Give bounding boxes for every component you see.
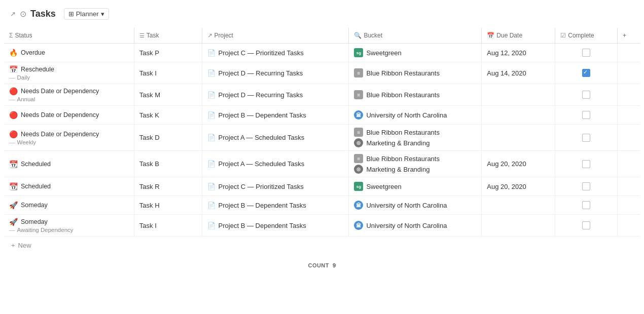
bucket-avatar: 🏛 [354, 110, 363, 120]
task-name[interactable]: Task B [139, 160, 159, 168]
complete-checkbox[interactable] [582, 201, 590, 209]
status-cell: 🔴Needs Date or Dependency [4, 106, 134, 125]
project-cell: 📄Project D — Recurring Tasks [202, 62, 349, 84]
planner-button[interactable]: ⊞ Planner ▾ [64, 8, 109, 20]
status-text: Scheduled [21, 161, 51, 168]
task-name[interactable]: Task P [139, 49, 159, 57]
col-header-add[interactable]: + [617, 28, 640, 44]
due-date-cell [482, 215, 555, 237]
project-name[interactable]: Project D — Recurring Tasks [219, 69, 303, 77]
complete-cell [555, 215, 618, 237]
task-name[interactable]: Task H [139, 202, 160, 209]
task-name[interactable]: Task I [139, 222, 157, 229]
col-header-task[interactable]: ☰Task [134, 28, 202, 44]
status-icon: 📆 [9, 160, 18, 168]
due-date-cell: Aug 20, 2020 [482, 177, 555, 196]
complete-checkbox[interactable] [582, 111, 590, 119]
add-cell [617, 106, 640, 125]
complete-checkbox[interactable] [582, 160, 590, 168]
complete-checkbox[interactable] [582, 182, 590, 190]
add-icon: + [11, 242, 15, 249]
bucket-name: Blue Ribbon Restaurants [366, 91, 440, 99]
task-name[interactable]: Task K [139, 111, 159, 119]
add-column-icon[interactable]: + [623, 32, 626, 39]
bucket-avatar: 🏛 [354, 221, 363, 230]
task-cell: Task B [134, 151, 202, 177]
project-name[interactable]: Project A — Scheduled Tasks [219, 134, 305, 141]
document-icon: 📄 [207, 222, 216, 229]
status-icon: 🚀 [9, 201, 18, 209]
table-row: 🚀SomedayTask H📄Project B — Dependent Tas… [4, 196, 640, 215]
project-name[interactable]: Project C — Prioritized Tasks [219, 49, 304, 57]
status-cell: 🔴Needs Date or Dependency—Weekly [4, 125, 134, 151]
col-header-bucket[interactable]: 🔍Bucket [349, 28, 482, 44]
status-icon: 🔴 [9, 111, 18, 119]
document-icon: 📄 [207, 69, 216, 77]
task-name[interactable]: Task R [139, 183, 160, 190]
bucket-cell: 🏛University of North Carolina [349, 196, 482, 215]
project-name[interactable]: Project B — Dependent Tasks [219, 202, 306, 209]
project-name[interactable]: Project D — Recurring Tasks [219, 91, 303, 99]
complete-checkbox[interactable] [582, 69, 590, 77]
status-icon: 🔴 [9, 87, 18, 95]
document-icon: 📄 [207, 202, 216, 209]
table-row: 📆ScheduledTask R📄Project C — Prioritized… [4, 177, 640, 196]
status-text: Scheduled [21, 183, 51, 190]
project-name[interactable]: Project C — Prioritized Tasks [219, 183, 304, 190]
project-name[interactable]: Project A — Scheduled Tasks [219, 160, 305, 168]
bucket-name: Marketing & Branding [366, 139, 430, 147]
project-cell: 📄Project B — Dependent Tasks [202, 196, 349, 215]
project-name[interactable]: Project B — Dependent Tasks [219, 111, 306, 119]
bucket-name: Blue Ribbon Restaurants [366, 129, 440, 136]
bucket-avatar: sg [354, 182, 363, 191]
col-header-duedate[interactable]: 📅Due Date [482, 28, 555, 44]
complete-checkbox[interactable] [582, 49, 590, 57]
bucket-name: Blue Ribbon Restaurants [366, 69, 440, 77]
status-cell: 🔴Needs Date or Dependency—Annual [4, 84, 134, 106]
task-name[interactable]: Task M [139, 91, 160, 99]
task-cell: Task D [134, 125, 202, 151]
add-row-button[interactable]: + New [4, 237, 640, 254]
col-header-status[interactable]: ΣStatus [4, 28, 134, 44]
table-row: 📆ScheduledTask B📄Project A — Scheduled T… [4, 151, 640, 177]
due-date-value: Aug 14, 2020 [487, 69, 526, 77]
status-cell: 🚀Someday—Awaiting Dependency [4, 215, 134, 237]
col-header-complete[interactable]: ☑Complete [555, 28, 618, 44]
task-cell: Task R [134, 177, 202, 196]
task-name[interactable]: Task D [139, 134, 160, 141]
col-header-project[interactable]: ↗Project [202, 28, 349, 44]
header-check-icon: ⊙ [20, 9, 26, 19]
project-name[interactable]: Project B — Dependent Tasks [219, 222, 306, 229]
complete-checkbox[interactable] [582, 134, 590, 142]
add-cell [617, 84, 640, 106]
add-cell [617, 151, 640, 177]
add-cell [617, 215, 640, 237]
complete-cell [555, 44, 618, 62]
chevron-down-icon: ▾ [101, 10, 104, 18]
task-name[interactable]: Task I [139, 69, 157, 77]
status-cell: 📆Scheduled [4, 151, 134, 177]
document-icon: 📄 [207, 111, 216, 119]
bucket-avatar: ≡ [354, 68, 363, 77]
task-cell: Task M [134, 84, 202, 106]
header: ↗ ⊙ Tasks ⊞ Planner ▾ [0, 0, 644, 28]
status-text: Someday [21, 202, 48, 209]
bucket-avatar: ≡ [354, 154, 363, 163]
count-value: 9 [333, 262, 336, 268]
due-date-value: Aug 20, 2020 [487, 160, 526, 168]
complete-checkbox[interactable] [582, 221, 590, 229]
bucket-avatar: ◎ [354, 138, 363, 147]
document-icon: 📄 [207, 160, 216, 168]
bucket-name: University of North Carolina [366, 111, 447, 119]
table-wrap: ΣStatus ☰Task ↗Project 🔍Bucket 📅Due Date… [0, 28, 644, 254]
bucket-name: University of North Carolina [366, 202, 447, 209]
table-row: 🔥OverdueTask P📄Project C — Prioritized T… [4, 44, 640, 62]
due-date-cell [482, 84, 555, 106]
status-cell: 🔥Overdue [4, 44, 134, 62]
complete-checkbox[interactable] [582, 91, 590, 99]
due-date-cell [482, 125, 555, 151]
status-icon: 🚀 [9, 218, 18, 226]
complete-cell [555, 125, 618, 151]
status-sub: Annual [17, 96, 35, 102]
project-cell: 📄Project B — Dependent Tasks [202, 106, 349, 125]
